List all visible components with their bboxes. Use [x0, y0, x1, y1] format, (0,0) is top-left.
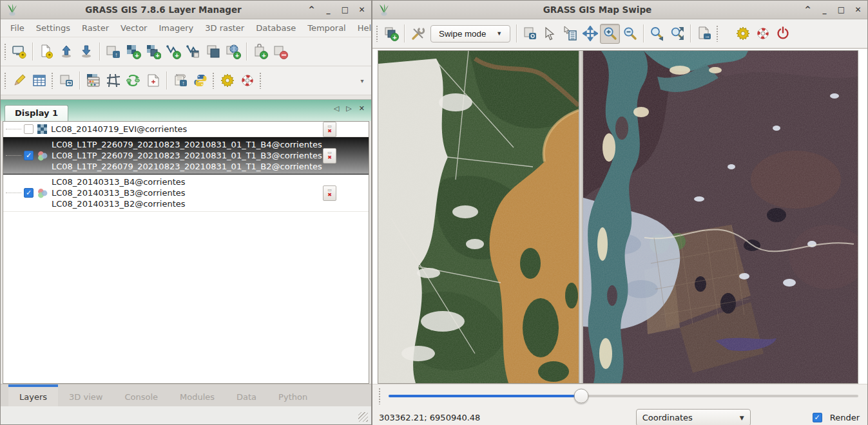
chevron-down-icon: ▼	[740, 415, 744, 421]
zoom-out-tool-button[interactable]	[620, 24, 640, 44]
menu-temporal[interactable]: Temporal	[302, 21, 352, 35]
georectify-button[interactable]	[103, 71, 123, 91]
remove-layer-button[interactable]	[270, 42, 290, 62]
toolbar-grip[interactable]	[51, 72, 54, 89]
swipe-mode-dropdown[interactable]: Swipe mode ▼	[430, 25, 510, 42]
layer-checkbox-unchecked[interactable]	[24, 124, 34, 134]
tab-scroll-left-icon[interactable]: ◁	[334, 104, 339, 113]
save-display-button[interactable]: →	[694, 24, 714, 44]
zoom-previous-button[interactable]	[647, 24, 667, 44]
toolbar-grip[interactable]	[4, 72, 7, 89]
ms-minimize-button[interactable]: _	[820, 5, 829, 14]
new-display-button[interactable]: ✶	[9, 42, 29, 62]
swipe-mode-label: Swipe mode	[439, 29, 486, 39]
swipe-slider-thumb[interactable]	[574, 389, 588, 404]
menu-vector[interactable]: Vector	[115, 21, 153, 35]
statusbar-mode-dropdown[interactable]: Coordinates ▼	[636, 409, 751, 425]
lm-settings-button[interactable]	[217, 71, 237, 91]
menu-database[interactable]: Database	[250, 21, 302, 35]
raster-map-calculator-button[interactable]	[83, 71, 103, 91]
swipe-slider[interactable]	[389, 395, 858, 397]
zoom-in-tool-button[interactable]	[600, 24, 620, 44]
menu-imagery[interactable]: Imagery	[153, 21, 199, 35]
ms-maximize-button[interactable]: □	[837, 5, 845, 14]
python-shell-button[interactable]	[190, 71, 210, 91]
layer-row-evi[interactable]: LC08_20140719_EVI@corrientes ▭ ✖	[3, 122, 369, 137]
render-checkbox[interactable]: ✓	[813, 413, 822, 422]
edit-vector-button[interactable]	[9, 71, 29, 91]
layer-row-rgb-2021[interactable]: ✓ LC08_L1TP_226079_20210823_20210831_01_…	[3, 137, 369, 175]
layer-row-button[interactable]: ▭ ✖	[323, 185, 336, 201]
toolbar-grip[interactable]	[716, 25, 719, 42]
select-rasters-button[interactable]: +	[381, 24, 401, 44]
lm-minimize-button[interactable]: _	[324, 5, 333, 14]
menu-file[interactable]: File	[5, 21, 30, 35]
workspace-new-button[interactable]: ✶	[36, 42, 56, 62]
add-vector-misc-button[interactable]	[183, 42, 203, 62]
layer-row-button[interactable]: ▭ ✖	[323, 148, 336, 164]
map-first-raster[interactable]	[378, 51, 579, 383]
run-script-button[interactable]: ↑	[170, 71, 190, 91]
tab-close-icon[interactable]: ✕	[359, 104, 365, 113]
render-map-button[interactable]	[520, 24, 540, 44]
pointer-tool-button[interactable]	[540, 24, 560, 44]
lm-close-button[interactable]: ✕	[358, 5, 366, 14]
swipe-divider[interactable]	[579, 51, 583, 383]
slider-grip[interactable]	[378, 388, 381, 404]
add-web-service-layer-button[interactable]: +	[223, 42, 243, 62]
zoom-extent-button[interactable]	[667, 24, 687, 44]
tools-button[interactable]	[408, 24, 428, 44]
add-raster-button[interactable]: +	[123, 42, 143, 62]
tab-data[interactable]: Data	[226, 384, 267, 406]
map-second-raster[interactable]	[583, 51, 858, 383]
toolbar-grip[interactable]	[4, 43, 7, 60]
workspace-open-button[interactable]	[56, 42, 76, 62]
ms-close-button[interactable]: ✕	[854, 5, 862, 14]
ms-rollup-button[interactable]: ^	[804, 5, 812, 14]
lm-maximize-button[interactable]: □	[341, 5, 349, 14]
tab-3d-view[interactable]: 3D view	[58, 384, 113, 406]
lm-rollup-button[interactable]: ^	[307, 5, 316, 14]
tab-python[interactable]: Python	[267, 384, 318, 406]
workspace-save-button[interactable]	[76, 42, 96, 62]
map-canvas	[378, 50, 858, 384]
toolbar-grip[interactable]	[212, 72, 215, 89]
svg-text:+: +	[175, 52, 178, 59]
quit-button[interactable]	[773, 24, 793, 44]
tab-scroll-right-icon[interactable]: ▷	[346, 104, 351, 113]
add-multiple-layers-button[interactable]: ↑	[103, 42, 123, 62]
add-vector-button[interactable]: +	[163, 42, 183, 62]
rgb-layer-icon	[37, 151, 48, 161]
tab-modules[interactable]: Modules	[169, 384, 226, 406]
tab-display-1[interactable]: Display 1	[5, 105, 68, 121]
layer-checkbox-checked[interactable]: ✓	[24, 188, 34, 198]
layer-row-button[interactable]: ▭ ✖	[323, 122, 336, 137]
menu-raster[interactable]: Raster	[76, 21, 115, 35]
tab-layers[interactable]: Layers	[8, 384, 58, 406]
menu-3d-raster[interactable]: 3D raster	[199, 21, 250, 35]
graphical-modeler-button[interactable]	[123, 71, 143, 91]
attribute-table-button[interactable]	[29, 71, 49, 91]
cartographic-composer-button[interactable]	[143, 71, 163, 91]
ms-settings-button[interactable]	[733, 24, 753, 44]
svg-text:↑: ↑	[182, 80, 185, 86]
query-tool-button[interactable]	[560, 24, 580, 44]
add-raster-misc-button[interactable]: +	[143, 42, 163, 62]
menu-settings[interactable]: Settings	[30, 21, 76, 35]
layer-row-rgb-2014[interactable]: ✓ LC08_20140313_B4@corrientes LC08_20140…	[3, 175, 369, 212]
layer-checkbox-checked[interactable]: ✓	[24, 151, 34, 160]
tab-console[interactable]: Console	[113, 384, 169, 406]
toolbar-overflow-dropdown[interactable]: ▾	[354, 71, 370, 91]
add-overlay-button[interactable]: +	[250, 42, 270, 62]
ms-help-button[interactable]	[753, 24, 773, 44]
import-data-button[interactable]	[56, 71, 76, 91]
layer-label: LC08_20140719_EVI@corrientes	[51, 124, 187, 135]
pan-tool-button[interactable]	[580, 24, 600, 44]
resize-grip-icon[interactable]	[358, 412, 368, 422]
layer-label: LC08_L1TP_226079_20210823_20210831_01_T1…	[52, 139, 322, 150]
layer-label: LC08_20140313_B3@corrientes	[52, 187, 186, 198]
lm-help-button[interactable]	[237, 71, 257, 91]
add-group-button[interactable]	[203, 42, 223, 62]
toolbar-grip[interactable]	[259, 72, 262, 89]
toolbar-grip[interactable]	[376, 25, 379, 42]
